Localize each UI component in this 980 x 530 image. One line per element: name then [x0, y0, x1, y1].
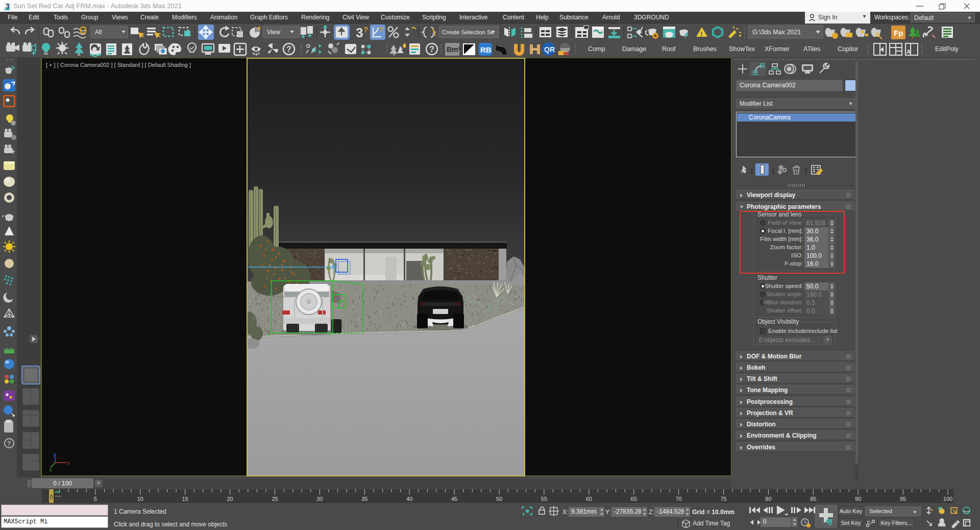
svg-text:Bm²: Bm² — [447, 45, 461, 54]
svg-text:100: 100 — [943, 496, 952, 502]
svg-text:EditPoly: EditPoly — [935, 45, 959, 53]
svg-text:85: 85 — [810, 496, 816, 502]
svg-text:55: 55 — [541, 496, 547, 502]
svg-text:Fp: Fp — [894, 29, 903, 37]
svg-text:G:\3ds Max 2021: G:\3ds Max 2021 — [752, 29, 801, 36]
svg-text:Create Selection Se: Create Selection Se — [442, 29, 494, 35]
svg-text:20: 20 — [227, 496, 233, 502]
svg-text:?: ? — [363, 25, 368, 34]
svg-text:?: ? — [429, 45, 434, 54]
svg-text:y: y — [50, 467, 52, 472]
svg-text:75: 75 — [720, 496, 726, 502]
svg-text:ShowTex: ShowTex — [729, 45, 755, 53]
svg-text:!: ! — [700, 30, 702, 38]
svg-text:Roof: Roof — [662, 45, 676, 53]
svg-text:25: 25 — [272, 496, 278, 502]
svg-text:?: ? — [7, 440, 11, 447]
svg-text:40: 40 — [406, 496, 412, 502]
svg-text:A: A — [906, 49, 911, 55]
svg-text:5: 5 — [94, 496, 97, 502]
svg-text:80: 80 — [765, 496, 771, 502]
svg-text:QR: QR — [544, 45, 555, 54]
svg-text:70: 70 — [675, 496, 681, 502]
svg-text:?: ? — [286, 45, 291, 54]
svg-text:65: 65 — [631, 496, 637, 502]
svg-text:45: 45 — [451, 496, 457, 502]
svg-text:All: All — [95, 29, 102, 36]
svg-text:60: 60 — [586, 496, 592, 502]
svg-text:90: 90 — [855, 496, 861, 502]
svg-text:30: 30 — [316, 496, 323, 502]
svg-text:95: 95 — [900, 496, 906, 502]
svg-text:RB: RB — [480, 45, 492, 54]
svg-text:Copitor: Copitor — [838, 45, 858, 53]
svg-text:Brushes: Brushes — [693, 45, 717, 53]
svg-text:10: 10 — [137, 496, 143, 502]
svg-text:Damage: Damage — [622, 45, 646, 53]
svg-text:XFormer: XFormer — [765, 45, 790, 53]
svg-text:35: 35 — [361, 496, 368, 502]
svg-text:Comp: Comp — [588, 45, 605, 53]
svg-text:ATiles: ATiles — [803, 45, 820, 53]
svg-text:?: ? — [379, 25, 383, 34]
svg-text:0: 0 — [50, 494, 53, 500]
svg-text:x: x — [67, 461, 70, 466]
svg-text:3: 3 — [356, 25, 363, 40]
svg-text:50: 50 — [496, 496, 502, 502]
svg-text:15: 15 — [182, 496, 188, 502]
svg-text:z: z — [53, 452, 56, 457]
svg-text:View: View — [267, 29, 280, 36]
